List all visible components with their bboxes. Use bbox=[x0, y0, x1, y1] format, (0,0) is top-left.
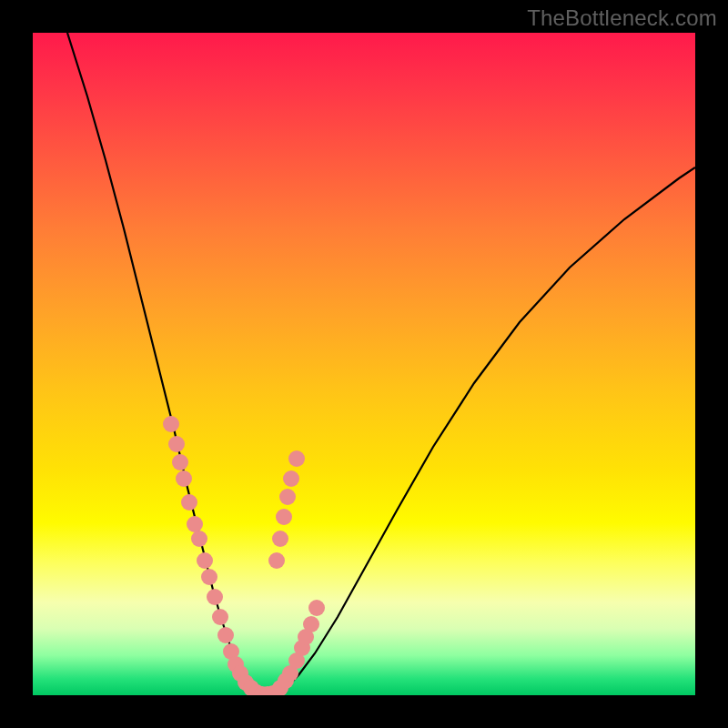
highlight-dot bbox=[207, 589, 223, 605]
highlight-dot bbox=[303, 616, 319, 632]
highlight-dot bbox=[172, 454, 188, 470]
watermark-text: TheBottleneck.com bbox=[527, 5, 717, 31]
highlight-dot bbox=[187, 516, 203, 532]
highlight-dot bbox=[212, 609, 228, 625]
highlight-dot bbox=[181, 494, 197, 511]
highlight-dot bbox=[197, 552, 213, 569]
highlight-dots bbox=[163, 416, 325, 695]
highlight-dot bbox=[168, 436, 185, 452]
highlight-dot bbox=[217, 627, 234, 643]
plot-area bbox=[33, 33, 695, 695]
highlight-dot bbox=[279, 489, 296, 505]
chart-frame: TheBottleneck.com bbox=[0, 0, 728, 728]
bottleneck-curve bbox=[67, 33, 695, 694]
highlight-dot bbox=[176, 470, 192, 487]
highlight-dot bbox=[163, 416, 179, 432]
highlight-dot bbox=[288, 450, 305, 467]
highlight-dot bbox=[268, 552, 285, 569]
highlight-dot bbox=[283, 470, 299, 487]
highlight-dot bbox=[276, 509, 292, 525]
highlight-dot bbox=[191, 531, 207, 547]
curve-layer bbox=[33, 33, 695, 695]
highlight-dot bbox=[308, 600, 325, 616]
highlight-dot bbox=[272, 531, 288, 547]
highlight-dot bbox=[201, 569, 217, 585]
